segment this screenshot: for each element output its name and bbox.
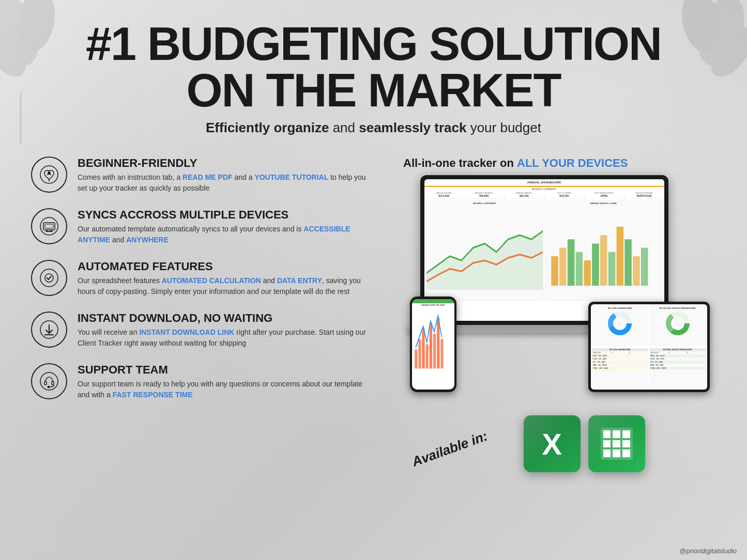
feature-beginner-friendly: BEGINNER-FRIENDLY Comes with an instruct… [31, 157, 367, 194]
svg-marker-24 [426, 231, 543, 290]
header-section: #1 BUDGETING SOLUTION ON THE MARKET Effi… [31, 10, 716, 141]
feature-beginner-text: BEGINNER-FRIENDLY Comes with an instruct… [78, 157, 367, 194]
svg-rect-25 [551, 256, 558, 286]
devices-showcase: ANNUAL DASHBOARD BUDGET SUMMARY ANNUAL I… [410, 175, 710, 402]
page-container: #1 BUDGETING SOLUTION ON THE MARKET Effi… [0, 0, 747, 560]
feature-syncs-devices: SYNCS ACCROSS MULTIPLE DEVICES Our autom… [31, 208, 367, 245]
svg-rect-35 [633, 256, 640, 286]
svg-point-9 [48, 172, 50, 174]
download-icon [31, 312, 67, 348]
excel-icon: X [524, 415, 581, 472]
svg-rect-21 [44, 381, 47, 385]
feature-automated-desc: Our spreadsheet features AUTOMATED CALCU… [78, 275, 367, 297]
feature-support: SUPPORT TEAM Our support team is ready t… [31, 363, 367, 400]
feature-instant-download: INSTANT DOWNLOAD, NO WAITING You will re… [31, 312, 367, 349]
feature-support-title: SUPPORT TEAM [78, 363, 367, 377]
subtitle: Efficiently organize and seamlessly trac… [31, 120, 716, 136]
available-text: Available in: [410, 429, 490, 470]
main-title: #1 BUDGETING SOLUTION ON THE MARKET [31, 21, 716, 114]
svg-rect-34 [624, 239, 632, 286]
svg-point-2 [0, 20, 34, 84]
feature-support-text: SUPPORT TEAM Our support team is ready t… [78, 363, 367, 400]
watermark: @prioridigitalstudio [679, 547, 737, 555]
device-header-blue: ALL YOUR DEVICES [517, 157, 628, 169]
svg-rect-42 [433, 334, 436, 368]
feature-support-desc: Our support team is ready to help you wi… [78, 379, 367, 400]
tablet-mockup: MY GOAL BREAKDOWN MY ACTUAL BUDGET BREAK… [588, 302, 710, 392]
svg-rect-39 [422, 329, 424, 369]
feature-beginner-desc: Comes with an instruction tab, a READ ME… [78, 172, 367, 194]
device-header: All-in-one tracker on ALL YOUR DEVICES [403, 157, 628, 170]
svg-rect-32 [608, 252, 616, 286]
checkmark-gear-icon [31, 260, 67, 296]
svg-point-23 [48, 386, 50, 388]
svg-rect-44 [440, 339, 443, 368]
svg-rect-33 [617, 227, 624, 286]
phone-mockup: SAVINGS OVER THE YEAR [410, 297, 456, 392]
feature-syncs-desc: Our automated template automatically syn… [78, 224, 367, 245]
svg-rect-41 [429, 323, 432, 369]
feature-download-text: INSTANT DOWNLOAD, NO WAITING You will re… [78, 312, 367, 349]
device-column: All-in-one tracker on ALL YOUR DEVICES A… [388, 157, 716, 475]
sheets-icon [588, 415, 645, 472]
app-icons-row: X [524, 415, 645, 472]
svg-rect-28 [576, 252, 583, 286]
feature-syncs-text: SYNCS ACCROSS MULTIPLE DEVICES Our autom… [78, 208, 367, 245]
dashboard-display: ANNUAL DASHBOARD BUDGET SUMMARY ANNUAL I… [424, 179, 664, 321]
svg-point-10 [40, 217, 58, 235]
tablet-screen: MY GOAL BREAKDOWN MY ACTUAL BUDGET BREAK… [591, 304, 707, 390]
phone-screen: SAVINGS OVER THE YEAR [412, 299, 454, 390]
feature-automated-title: AUTOMATED FEATURES [78, 260, 367, 273]
headset-icon [31, 363, 67, 399]
svg-rect-27 [568, 239, 575, 286]
content-area: BEGINNER-FRIENDLY Comes with an instruct… [31, 157, 716, 475]
svg-rect-26 [559, 248, 567, 286]
svg-rect-36 [641, 248, 648, 286]
svg-rect-22 [52, 381, 54, 385]
svg-rect-29 [584, 260, 591, 286]
svg-rect-30 [592, 243, 599, 286]
plant-money-icon [31, 157, 67, 193]
svg-rect-38 [418, 339, 421, 368]
device-header-text: All-in-one tracker on [403, 157, 517, 169]
devices-sync-icon [31, 208, 67, 244]
svg-rect-40 [425, 344, 428, 368]
features-column: BEGINNER-FRIENDLY Comes with an instruct… [31, 157, 367, 475]
feature-beginner-title: BEGINNER-FRIENDLY [78, 157, 367, 170]
feature-automated: AUTOMATED FEATURES Our spreadsheet featu… [31, 260, 367, 297]
feature-automated-text: AUTOMATED FEATURES Our spreadsheet featu… [78, 260, 367, 297]
svg-rect-31 [600, 235, 607, 286]
svg-rect-15 [45, 224, 53, 228]
svg-rect-43 [437, 318, 439, 368]
feature-download-desc: You will receive an INSTANT DOWNLOAD LIN… [78, 327, 367, 349]
feature-syncs-title: SYNCS ACCROSS MULTIPLE DEVICES [78, 208, 367, 222]
feature-download-title: INSTANT DOWNLOAD, NO WAITING [78, 312, 367, 325]
svg-rect-37 [415, 350, 417, 369]
